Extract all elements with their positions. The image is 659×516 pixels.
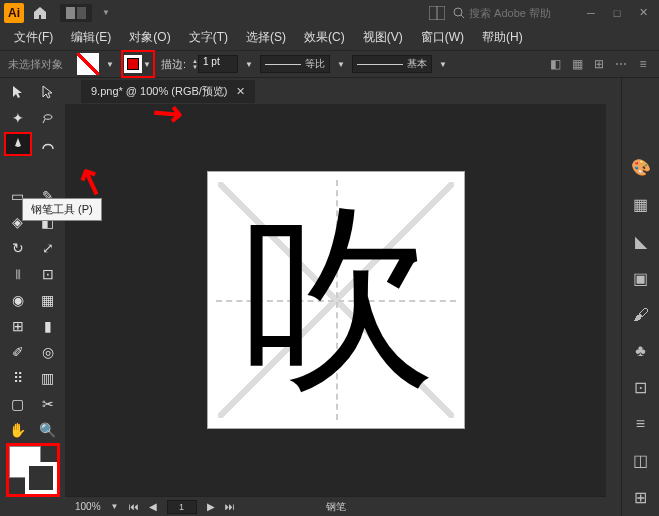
fill-stroke-indicator[interactable] (9, 446, 57, 494)
menu-select[interactable]: 选择(S) (238, 27, 294, 48)
menu-edit[interactable]: 编辑(E) (63, 27, 119, 48)
status-bar: 100% ▼ ⏮ ◀ ▶ ⏭ 钢笔 (65, 496, 606, 516)
menu-effect[interactable]: 效果(C) (296, 27, 353, 48)
symbol-sprayer-tool[interactable]: ⠿ (4, 366, 32, 390)
appearance-panel-icon[interactable]: ⊞ (629, 488, 653, 507)
nav-next-icon[interactable]: ▶ (207, 501, 215, 512)
vertical-scrollbar[interactable] (606, 78, 621, 516)
document-area: 9.png* @ 100% (RGB/预览) ✕ 吹 100% ▼ ⏮ ◀ ▶ … (65, 78, 606, 516)
align-panel-icon[interactable]: ≡ (629, 415, 653, 433)
nav-first-icon[interactable]: ⏮ (129, 501, 139, 512)
nav-prev-icon[interactable]: ◀ (149, 501, 157, 512)
gradient-tool[interactable]: ▮ (34, 314, 62, 338)
current-tool-label: 钢笔 (326, 500, 346, 514)
magic-wand-tool[interactable]: ✦ (4, 106, 32, 130)
toolbox: ✦ ▭ ✎ ◈ ◧ ↻ ⤢ ⫴ ⊡ ◉ ▦ ⊞ ▮ ✐ ◎ ⠿ ▥ ▢ ✂ ✋ … (0, 78, 65, 516)
stroke-indicator[interactable] (25, 462, 57, 494)
maximize-button[interactable]: □ (605, 4, 629, 22)
svg-rect-0 (66, 7, 75, 19)
profile-uniform[interactable]: 等比 (260, 55, 330, 73)
shape-builder-tool[interactable]: ◉ (4, 288, 32, 312)
lasso-tool[interactable] (34, 106, 62, 130)
search-input[interactable] (469, 7, 569, 19)
right-panel-dock: 🎨 ▦ ◣ ▣ 🖌 ♣ ⊡ ≡ ◫ ⊞ ▤ ⊟ (621, 78, 659, 516)
stroke-dropdown[interactable]: ▼ (142, 53, 152, 75)
svg-line-5 (461, 15, 464, 18)
direct-selection-tool[interactable] (34, 80, 62, 104)
transform-panel-icon[interactable]: ⊡ (629, 378, 653, 397)
svg-point-4 (454, 8, 462, 16)
layout-switch-icon[interactable] (60, 4, 92, 22)
column-graph-tool[interactable]: ▥ (34, 366, 62, 390)
fill-swatch-none[interactable] (77, 53, 99, 75)
eyedropper-tool[interactable]: ✐ (4, 340, 32, 364)
menu-file[interactable]: 文件(F) (6, 27, 61, 48)
selection-status: 未选择对象 (8, 57, 63, 72)
arrange-docs-icon[interactable] (429, 6, 445, 20)
artboard-number[interactable] (167, 500, 197, 514)
titlebar: Ai ▼ ─ □ ✕ (0, 0, 659, 25)
symbols-panel-icon[interactable]: ♣ (629, 342, 653, 360)
control-bar: 未选择对象 ▼ ▼ 描边: ▲▼ 1 pt ▼ 等比 ▼ 基本 ▼ ◧ ▦ ⊞ … (0, 50, 659, 78)
style-icon[interactable]: ▦ (569, 56, 585, 72)
chevron-down-icon[interactable]: ▼ (102, 8, 110, 17)
free-transform-tool[interactable]: ⊡ (34, 262, 62, 286)
selection-tool[interactable] (4, 80, 32, 104)
opacity-icon[interactable]: ◧ (547, 56, 563, 72)
pen-tool[interactable] (4, 132, 32, 156)
scale-tool[interactable]: ⤢ (34, 236, 62, 260)
hand-tool[interactable]: ✋ (4, 418, 32, 442)
app-logo: Ai (4, 3, 24, 23)
more-icon[interactable]: ⋯ (613, 56, 629, 72)
tab-bar: 9.png* @ 100% (RGB/预览) ✕ (65, 78, 606, 104)
mesh-tool[interactable]: ⊞ (4, 314, 32, 338)
rotate-tool[interactable]: ↻ (4, 236, 32, 260)
brushes-panel-icon[interactable]: 🖌 (629, 306, 653, 324)
minimize-button[interactable]: ─ (579, 4, 603, 22)
perspective-tool[interactable]: ▦ (34, 288, 62, 312)
menu-window[interactable]: 窗口(W) (413, 27, 472, 48)
stroke-weight-dropdown[interactable]: ▼ (244, 53, 254, 75)
zoom-dropdown-icon[interactable]: ▼ (111, 502, 119, 511)
menu-view[interactable]: 视图(V) (355, 27, 411, 48)
panel-toggle-icon[interactable]: ≡ (635, 56, 651, 72)
stroke-panel-icon[interactable]: ◣ (629, 232, 653, 251)
close-button[interactable]: ✕ (631, 4, 655, 22)
brush-basic[interactable]: 基本 (352, 55, 432, 73)
tab-close-icon[interactable]: ✕ (236, 85, 245, 98)
menu-help[interactable]: 帮助(H) (474, 27, 531, 48)
artboard-tool[interactable]: ▢ (4, 392, 32, 416)
menubar: 文件(F) 编辑(E) 对象(O) 文字(T) 选择(S) 效果(C) 视图(V… (0, 25, 659, 50)
menu-object[interactable]: 对象(O) (121, 27, 178, 48)
stroke-weight-stepper[interactable]: ▲▼ 1 pt (192, 55, 238, 73)
search-icon (453, 7, 465, 19)
home-icon[interactable] (30, 3, 50, 23)
highlight-fill-box: ▼ (121, 50, 155, 78)
glyph-artwork: 吹 (208, 172, 464, 428)
nav-last-icon[interactable]: ⏭ (225, 501, 235, 512)
stroke-label: 描边: (161, 57, 186, 72)
width-tool[interactable]: ⫴ (4, 262, 32, 286)
stroke-swatch[interactable] (124, 55, 142, 73)
brush-dropdown[interactable]: ▼ (438, 53, 448, 75)
libraries-panel-icon[interactable]: ▣ (629, 269, 653, 288)
profile-dropdown[interactable]: ▼ (336, 53, 346, 75)
zoom-tool[interactable]: 🔍 (34, 418, 62, 442)
fill-dropdown[interactable]: ▼ (105, 53, 115, 75)
swatches-panel-icon[interactable]: ▦ (629, 195, 653, 214)
artboard: 吹 (207, 171, 465, 429)
zoom-level[interactable]: 100% (75, 501, 101, 512)
stroke-weight-input[interactable]: 1 pt (198, 55, 238, 73)
svg-rect-1 (77, 7, 86, 19)
canvas[interactable]: 吹 (65, 104, 606, 496)
blend-tool[interactable]: ◎ (34, 340, 62, 364)
search-box[interactable] (453, 7, 569, 19)
slice-tool[interactable]: ✂ (34, 392, 62, 416)
menu-type[interactable]: 文字(T) (181, 27, 236, 48)
color-panel-icon[interactable]: 🎨 (629, 158, 653, 177)
curvature-tool[interactable] (34, 132, 62, 156)
pathfinder-panel-icon[interactable]: ◫ (629, 451, 653, 470)
align-icon[interactable]: ⊞ (591, 56, 607, 72)
pen-tooltip: 钢笔工具 (P) (22, 198, 102, 221)
tooltip-row (4, 158, 32, 182)
